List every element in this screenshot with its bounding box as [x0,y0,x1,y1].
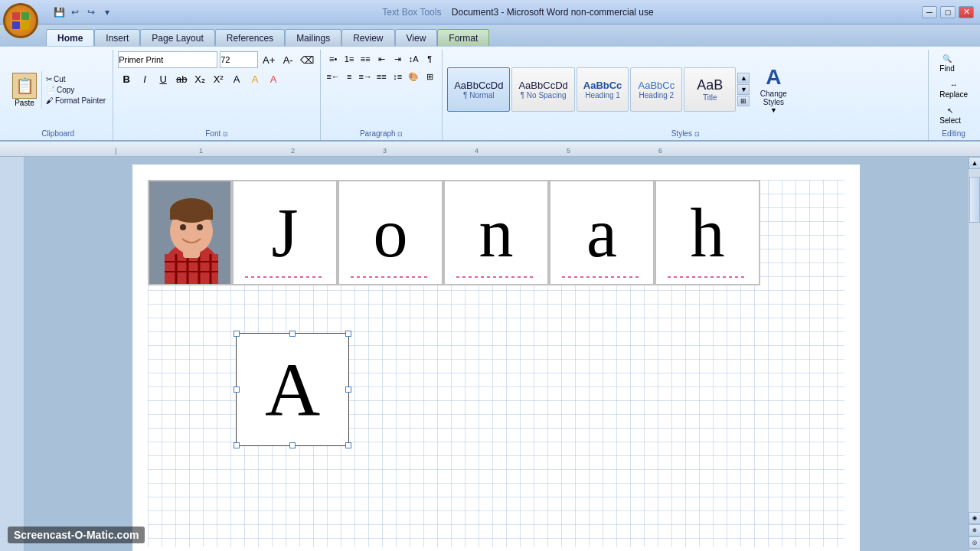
bullets-button[interactable]: ≡• [325,51,341,67]
tab-page-layout[interactable]: Page Layout [140,29,214,46]
handle-mid-right[interactable] [345,386,351,393]
undo-arrow-icon[interactable]: ↪ [84,5,98,19]
italic-button[interactable]: I [136,70,153,87]
selected-text-box[interactable]: A [236,333,349,446]
decrease-indent-button[interactable]: ⇤ [374,51,389,67]
scroll-up-button[interactable]: ▲ [969,157,980,169]
font-label[interactable]: Font ⊡ [118,128,315,140]
paste-button[interactable]: 📋 Paste [8,71,42,109]
tab-bar: Home Insert Page Layout References Maili… [0,24,980,46]
style-heading2[interactable]: AaBbCc Heading 2 [630,67,682,112]
editing-group-content: 🔍 Find ↔ Replace ↖ Select [933,51,974,128]
replace-button[interactable]: ↔ Replace [933,77,974,102]
office-button[interactable] [3,3,38,38]
line-spacing-button[interactable]: ↕≡ [390,69,405,84]
close-button[interactable]: ✕ [959,6,974,18]
shrink-font-button[interactable]: A- [279,51,296,68]
borders-button[interactable]: ⊞ [422,69,437,84]
ruler: | 1 2 3 4 5 6 [0,142,980,157]
scroll-thumb[interactable] [969,177,980,223]
styles-label[interactable]: Styles ⊡ [447,128,923,140]
copy-button[interactable]: 📄 Copy [44,85,108,95]
select-button[interactable]: ↖ Select [933,103,967,128]
font-name-input[interactable] [118,51,217,68]
handle-mid-left[interactable] [234,386,240,393]
style-normal[interactable]: AaBbCcDd ¶ Normal [447,67,510,112]
cut-button[interactable]: ✂ Cut [44,74,108,84]
shading-button[interactable]: 🎨 [406,69,421,84]
paste-icon: 📋 [12,73,37,99]
save-icon[interactable]: 💾 [52,5,66,19]
tab-format[interactable]: Format [437,29,489,46]
page-content[interactable]: J o n a h A [148,180,844,547]
styles-scroll-down[interactable]: ▼ [737,84,750,95]
style-title[interactable]: AaB Title [684,67,736,112]
font-row1: A+ A- ⌫ [118,51,315,68]
more-icon[interactable]: ▾ [100,5,114,19]
editing-label[interactable]: Editing [933,128,974,140]
ribbon: Home Insert Page Layout References Maili… [0,24,980,142]
tab-review[interactable]: Review [341,29,394,46]
scroll-center-button[interactable]: ⊕ [969,524,980,536]
clear-format-button[interactable]: ⌫ [299,51,315,68]
align-left-button[interactable]: ≡← [325,69,341,84]
underline-button[interactable]: U [155,70,172,87]
styles-scroll-more[interactable]: ⊞ [737,96,750,106]
styles-scroll[interactable]: ▲ ▼ ⊞ [737,73,750,106]
show-marks-button[interactable]: ¶ [422,51,437,67]
clipboard-group: 📋 Paste ✂ Cut 📄 Copy 🖌 Format Painter Cl… [3,50,113,140]
handle-bot-right[interactable] [345,442,351,448]
handle-bot-center[interactable] [289,442,296,448]
handle-bot-left[interactable] [234,442,240,448]
justify-button[interactable]: ≡≡ [374,69,389,84]
tab-references[interactable]: References [215,29,285,46]
text-effects-button[interactable]: A [228,70,245,87]
multilevel-button[interactable]: ≡≡ [358,51,373,67]
titlebar-controls: ─ □ ✕ [922,6,974,18]
sort-button[interactable]: ↕A [406,51,421,67]
tab-view[interactable]: View [395,29,438,46]
handle-top-right[interactable] [345,331,351,337]
tab-home[interactable]: Home [46,29,94,46]
font-size-input[interactable] [220,51,258,68]
increase-indent-button[interactable]: ⇥ [390,51,405,67]
style-heading1[interactable]: AaBbCc Heading 1 [577,67,629,112]
highlight-button[interactable]: A [247,70,263,87]
scroll-track[interactable] [969,169,980,512]
grow-font-button[interactable]: A+ [260,51,277,68]
undo-icon[interactable]: ↩ [68,5,82,19]
styles-scroll-up[interactable]: ▲ [737,73,750,83]
paragraph-label[interactable]: Paragraph ⊡ [325,128,437,140]
paste-label: Paste [15,99,34,107]
align-center-button[interactable]: ≡ [341,69,357,84]
clipboard-label[interactable]: Clipboard [8,128,108,140]
scroll-page-down-button[interactable]: ◎ [969,536,980,549]
change-styles-arrow: ▼ [770,106,777,114]
handle-top-center[interactable] [289,331,296,337]
para-row2: ≡← ≡ ≡→ ≡≡ ↕≡ 🎨 ⊞ [325,69,437,84]
font-color-button[interactable]: A [265,70,282,87]
numbering-button[interactable]: 1≡ [341,51,357,67]
maximize-button[interactable]: □ [940,6,956,18]
svg-point-15 [180,224,186,230]
style-no-spacing[interactable]: AaBbCcDd ¶ No Spacing [511,67,574,112]
minimize-button[interactable]: ─ [922,6,937,18]
scroll-page-up-button[interactable]: ◉ [969,512,980,524]
subscript-button[interactable]: X₂ [191,70,208,87]
style-heading2-label: Heading 2 [639,91,675,99]
paragraph-group-content: ≡• 1≡ ≡≡ ⇤ ⇥ ↕A ¶ ≡← ≡ ≡→ ≡≡ ↕≡ 🎨 ⊞ [325,51,437,128]
handle-top-left[interactable] [234,331,240,337]
align-right-button[interactable]: ≡→ [358,69,373,84]
strikethrough-button[interactable]: ab [173,70,190,87]
svg-rect-3 [21,21,29,29]
change-styles-button[interactable]: A Change Styles ▼ [751,62,795,117]
tab-mailings[interactable]: Mailings [285,29,341,46]
find-button[interactable]: 🔍 Find [933,51,960,76]
document-area[interactable]: J o n a h A [24,157,968,551]
superscript-button[interactable]: X² [210,70,227,87]
format-painter-button[interactable]: 🖌 Format Painter [44,96,108,106]
document-title: Document3 - Microsoft Word non-commercia… [452,7,654,18]
ruler-mark: 5 [567,147,570,155]
bold-button[interactable]: B [118,70,135,87]
tab-insert[interactable]: Insert [94,29,140,46]
